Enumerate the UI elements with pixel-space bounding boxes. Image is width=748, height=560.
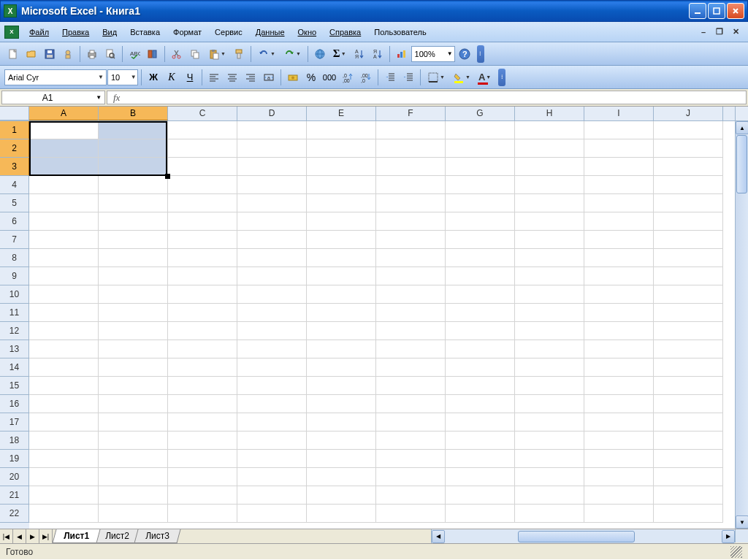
cell-C16[interactable] xyxy=(168,395,237,413)
cell-I20[interactable] xyxy=(584,468,654,486)
underline-button[interactable]: Ч xyxy=(181,69,199,86)
menu-view[interactable]: Вид xyxy=(96,26,123,39)
cell-B9[interactable] xyxy=(99,267,168,285)
cell-F5[interactable] xyxy=(376,194,446,212)
align-center-button[interactable] xyxy=(224,69,241,86)
cell-D13[interactable] xyxy=(237,340,307,358)
cell-C15[interactable] xyxy=(168,377,237,395)
zoom-input[interactable] xyxy=(412,50,446,58)
cell-A15[interactable] xyxy=(29,377,99,395)
row-header-11[interactable]: 11 xyxy=(0,304,29,322)
cell-E19[interactable] xyxy=(307,450,376,468)
cell-B2[interactable] xyxy=(99,139,168,158)
cell-E4[interactable] xyxy=(307,176,376,194)
cell-G16[interactable] xyxy=(446,395,515,413)
cell-I17[interactable] xyxy=(584,413,654,431)
cell-J21[interactable] xyxy=(654,486,723,505)
cell-D11[interactable] xyxy=(237,304,307,322)
cell-E12[interactable] xyxy=(307,322,376,340)
cut-button[interactable] xyxy=(168,45,186,63)
cell-B20[interactable] xyxy=(99,468,168,486)
menu-edit[interactable]: Правка xyxy=(56,26,95,39)
fx-icon[interactable]: fx xyxy=(107,92,126,104)
row-header-19[interactable]: 19 xyxy=(0,450,29,468)
cell-G9[interactable] xyxy=(446,267,515,285)
cell-B17[interactable] xyxy=(99,413,168,431)
cell-C21[interactable] xyxy=(168,486,237,505)
cell-B7[interactable] xyxy=(99,231,168,249)
cell-H14[interactable] xyxy=(515,358,584,377)
cell-A16[interactable] xyxy=(29,395,99,413)
row-header-9[interactable]: 9 xyxy=(0,267,29,285)
cell-D19[interactable] xyxy=(237,450,307,468)
font-input[interactable] xyxy=(5,73,96,82)
cell-A14[interactable] xyxy=(29,358,99,377)
minimize-button[interactable] xyxy=(689,3,706,19)
cell-C20[interactable] xyxy=(168,468,237,486)
horizontal-scrollbar[interactable]: ◀ ▶ xyxy=(431,529,735,543)
column-header-B[interactable]: B xyxy=(99,107,168,120)
cell-A8[interactable] xyxy=(29,249,99,267)
column-header-G[interactable]: G xyxy=(446,107,515,120)
cell-F22[interactable] xyxy=(376,505,446,523)
cell-H11[interactable] xyxy=(515,304,584,322)
cell-J19[interactable] xyxy=(654,450,723,468)
cell-H8[interactable] xyxy=(515,249,584,267)
menu-insert[interactable]: Вставка xyxy=(124,26,166,39)
cell-E5[interactable] xyxy=(307,194,376,212)
maximize-button[interactable] xyxy=(708,3,725,19)
hyperlink-button[interactable] xyxy=(311,45,329,63)
doc-restore-button[interactable]: ❐ xyxy=(714,27,725,37)
row-header-5[interactable]: 5 xyxy=(0,194,29,212)
cell-A10[interactable] xyxy=(29,285,99,304)
copy-button[interactable] xyxy=(186,45,204,63)
increase-decimal-button[interactable]: ,0,00 xyxy=(339,69,356,86)
font-dropdown-icon[interactable]: ▼ xyxy=(96,74,106,80)
cell-D2[interactable] xyxy=(237,139,307,158)
cell-D21[interactable] xyxy=(237,486,307,505)
cell-D14[interactable] xyxy=(237,358,307,377)
row-header-13[interactable]: 13 xyxy=(0,340,29,358)
cell-J6[interactable] xyxy=(654,212,723,231)
cell-B4[interactable] xyxy=(99,176,168,194)
cell-A22[interactable] xyxy=(29,505,99,523)
formula-input[interactable] xyxy=(126,92,746,103)
cell-G3[interactable] xyxy=(446,158,515,176)
cell-C5[interactable] xyxy=(168,194,237,212)
row-header-1[interactable]: 1 xyxy=(0,121,29,139)
toolbar-options-icon[interactable]: ⁞ xyxy=(498,69,505,86)
cell-G5[interactable] xyxy=(446,194,515,212)
cell-D18[interactable] xyxy=(237,431,307,450)
cell-B8[interactable] xyxy=(99,249,168,267)
cell-I22[interactable] xyxy=(584,505,654,523)
menu-help[interactable]: Справка xyxy=(324,26,367,39)
cell-E2[interactable] xyxy=(307,139,376,158)
tab-nav-next-button[interactable]: ▶ xyxy=(26,529,39,543)
cell-H4[interactable] xyxy=(515,176,584,194)
close-button[interactable] xyxy=(727,3,744,19)
font-color-button[interactable]: А▼ xyxy=(475,69,495,86)
cell-H22[interactable] xyxy=(515,505,584,523)
cell-J9[interactable] xyxy=(654,267,723,285)
cell-J5[interactable] xyxy=(654,194,723,212)
italic-button[interactable]: К xyxy=(163,69,180,86)
cell-J1[interactable] xyxy=(654,121,723,139)
row-header-8[interactable]: 8 xyxy=(0,249,29,267)
align-right-button[interactable] xyxy=(242,69,259,86)
row-header-21[interactable]: 21 xyxy=(0,486,29,505)
cell-H21[interactable] xyxy=(515,486,584,505)
cell-I1[interactable] xyxy=(584,121,654,139)
cell-C10[interactable] xyxy=(168,285,237,304)
cell-C7[interactable] xyxy=(168,231,237,249)
sort-asc-button[interactable]: АЯ xyxy=(351,45,368,63)
name-box-input[interactable] xyxy=(2,93,93,103)
column-header-A[interactable]: A xyxy=(29,107,99,120)
cell-B19[interactable] xyxy=(99,450,168,468)
font-size-selector[interactable]: ▼ xyxy=(107,69,138,85)
cell-G7[interactable] xyxy=(446,231,515,249)
cell-G19[interactable] xyxy=(446,450,515,468)
cell-C8[interactable] xyxy=(168,249,237,267)
cell-J10[interactable] xyxy=(654,285,723,304)
cell-I19[interactable] xyxy=(584,450,654,468)
cell-F2[interactable] xyxy=(376,139,446,158)
